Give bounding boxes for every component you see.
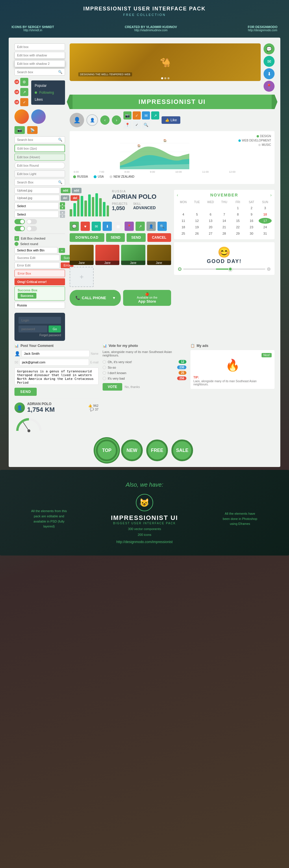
appstore-btn[interactable]: 🍎 Available on the App Store [123, 290, 171, 306]
comment-name-input[interactable] [22, 350, 89, 357]
cal-day-11[interactable]: 11 [177, 218, 190, 224]
cal-day-28[interactable]: 28 [218, 230, 230, 237]
send-btn-2[interactable]: SEND [127, 233, 145, 242]
cal-day-21[interactable]: 21 [218, 224, 230, 230]
cal-prev-btn[interactable]: ‹ [177, 193, 178, 197]
toggle-4[interactable] [27, 226, 37, 231]
download-btn[interactable]: DOWNLOAD [70, 233, 104, 242]
action-btn-mail2[interactable]: ✉ [92, 222, 101, 231]
cal-day-8[interactable]: 8 [231, 212, 244, 217]
search-box-input[interactable] [17, 70, 58, 74]
vote-radio-3[interactable] [103, 371, 106, 375]
password-input[interactable] [19, 326, 47, 333]
action-btn-heart[interactable]: ♥ [81, 222, 90, 231]
vote-btn[interactable]: VOTE [103, 383, 122, 391]
select-up-1[interactable]: ▲ [60, 202, 65, 206]
cal-day-14[interactable]: 14 [218, 218, 230, 224]
cal-day-9[interactable]: 9 [245, 212, 258, 217]
cal-day-26[interactable]: 26 [190, 230, 204, 237]
cal-day-5[interactable]: 5 [190, 212, 204, 217]
grid-icon-5[interactable]: 📍 [123, 121, 132, 129]
upload-filename-1[interactable] [14, 187, 60, 193]
comment-send-btn[interactable]: SEND [14, 388, 37, 396]
like-button[interactable]: 👍 Like [161, 116, 180, 124]
rss-button[interactable]: 📡 [27, 126, 38, 134]
cal-day-24[interactable]: 24 [259, 224, 272, 230]
error-edit-input[interactable] [14, 262, 60, 269]
dropdown-item-popular[interactable]: Popular [31, 82, 65, 89]
toggle-3[interactable] [14, 226, 25, 231]
cal-day-15[interactable]: 15 [231, 218, 244, 224]
cal-day-20[interactable]: 20 [204, 224, 217, 230]
cal-day-30[interactable]: 30 [245, 230, 258, 237]
toggle-1[interactable] [14, 219, 25, 224]
no-thanks-link[interactable]: No, thanks [124, 385, 140, 389]
checkbox-checked[interactable]: ✓ [14, 236, 19, 241]
grid-icon-2[interactable]: ✓ [133, 112, 141, 120]
edit-light-input[interactable] [14, 170, 65, 177]
cal-day-27[interactable]: 27 [204, 230, 217, 237]
success-edit-input[interactable] [14, 255, 60, 261]
action-btn-down[interactable]: ⬇ [103, 222, 112, 231]
forgot-password-link[interactable]: Forgot password [19, 334, 61, 337]
upload-del-btn[interactable]: del [61, 195, 69, 201]
cal-day-4[interactable]: 4 [177, 212, 190, 217]
cal-day-13[interactable]: 13 [204, 218, 217, 224]
cal-day-25[interactable]: 25 [177, 230, 190, 237]
select-down-1[interactable]: ▼ [60, 206, 65, 210]
grid-icon-1[interactable]: 📷 [123, 112, 132, 120]
hero-dot-2[interactable] [164, 77, 166, 79]
edit-round-input[interactable] [14, 162, 65, 169]
action-btn-grid-icon[interactable]: ▦ [114, 222, 123, 231]
icon-btn-mail[interactable]: ✉ [263, 56, 275, 67]
select-box-btn[interactable]: + [59, 248, 65, 253]
edit-box-shadow2-input[interactable] [14, 60, 65, 67]
notif-icon-share[interactable]: ↗ [20, 88, 28, 96]
action-btn-person[interactable]: 👤 [147, 222, 156, 231]
cal-day-17-today[interactable]: 17 [259, 218, 272, 224]
comment-email-input[interactable] [20, 359, 89, 366]
cal-day-10[interactable]: 10 [259, 212, 272, 217]
cal-next-btn[interactable]: › [270, 193, 272, 197]
grid-icon-4[interactable]: ↗ [151, 112, 159, 120]
cal-day-12[interactable]: 12 [190, 218, 204, 224]
notif-icon-settings[interactable]: ⚙ [20, 78, 28, 86]
cal-day-31[interactable]: 31 [259, 230, 272, 237]
radio-select-round[interactable] [14, 242, 19, 246]
icon-btn-message[interactable]: 💬 [263, 43, 275, 54]
toggle-2[interactable] [27, 219, 37, 224]
cal-day-7[interactable]: 7 [218, 212, 230, 217]
select-up-2[interactable]: ▲ [60, 211, 65, 214]
dropdown-item-following[interactable]: Following [31, 89, 65, 96]
cal-day-19[interactable]: 19 [190, 224, 204, 230]
cal-day-6[interactable]: 6 [204, 212, 217, 217]
comment-message-textarea[interactable] [14, 368, 99, 385]
send-btn-1[interactable]: SEND [106, 233, 125, 242]
avatar-btn-circle[interactable]: 👤 [86, 114, 98, 126]
cal-day-2[interactable]: 2 [245, 205, 258, 211]
call-phone-btn[interactable]: 📞 CALL PHONE ▾ [70, 290, 121, 306]
cal-day-18[interactable]: 18 [177, 224, 190, 230]
slider-thumb[interactable] [228, 267, 232, 271]
icon-btn-pin[interactable]: 📍 [263, 81, 275, 92]
grid-icon-7[interactable]: 🔍 [142, 121, 150, 129]
cal-day-29[interactable]: 29 [231, 230, 244, 237]
grid-icon-6[interactable]: ✓ [133, 121, 141, 129]
search-box2-input[interactable] [17, 138, 58, 142]
avatar-nav-right[interactable]: › [112, 116, 121, 125]
grid-icon-3[interactable]: ✉ [142, 112, 150, 120]
login-input[interactable] [19, 317, 61, 324]
vote-radio-4[interactable] [103, 377, 106, 380]
action-btn-share[interactable]: ↗ [136, 222, 145, 231]
avatar-nav-left[interactable]: ‹ [100, 116, 110, 125]
dropdown-item-likes[interactable]: Likes [31, 96, 65, 103]
hero-dot-3[interactable] [167, 77, 169, 79]
cal-day-22[interactable]: 22 [231, 224, 244, 230]
select-2[interactable]: Select [14, 211, 59, 218]
cam-button[interactable]: 📷 [14, 126, 25, 134]
search-box-labeled-input[interactable] [17, 181, 58, 184]
action-btn-pin2[interactable]: 📍 [124, 222, 134, 231]
hero-dot-1[interactable] [161, 77, 163, 79]
cal-day-1[interactable]: 1 [231, 205, 244, 211]
photo-add-btn[interactable]: + [70, 267, 94, 287]
